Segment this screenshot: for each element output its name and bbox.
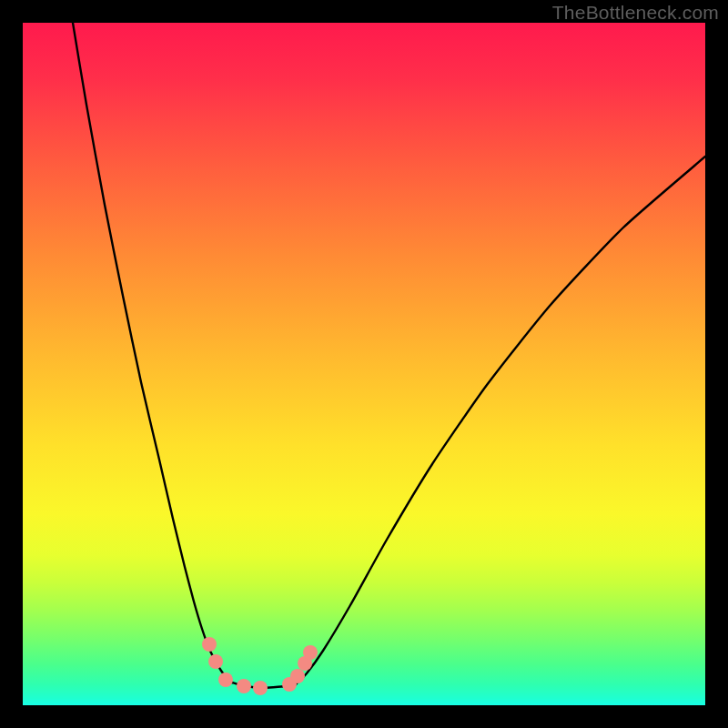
bottleneck-curve <box>73 23 705 688</box>
outer-black-frame: TheBottleneck.com <box>0 0 728 728</box>
plot-area <box>23 23 705 705</box>
marker-dot <box>208 654 223 669</box>
marker-group <box>202 637 318 695</box>
marker-dot <box>303 645 318 660</box>
marker-dot <box>218 672 233 687</box>
marker-dot <box>237 679 251 693</box>
marker-dot <box>290 669 305 683</box>
marker-dot <box>202 637 217 652</box>
marker-dot <box>253 681 268 695</box>
watermark-text: TheBottleneck.com <box>552 2 719 24</box>
chart-svg <box>23 23 705 705</box>
